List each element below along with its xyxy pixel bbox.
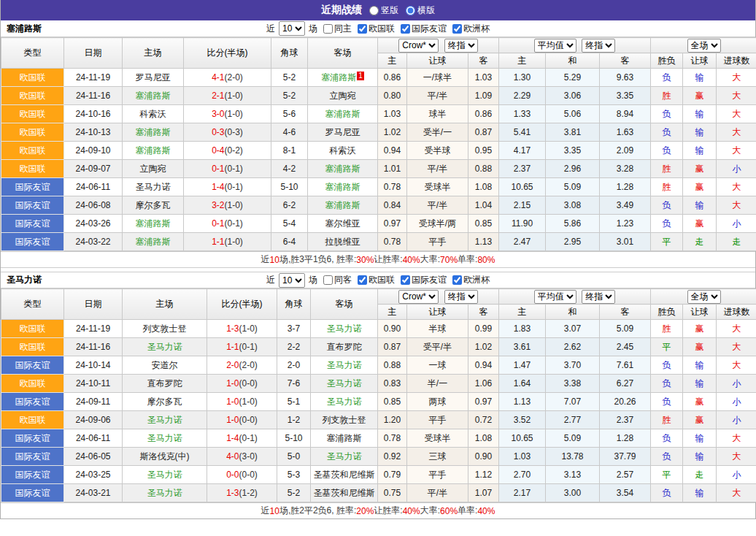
full-score: 2-1 — [212, 91, 224, 101]
league-checkbox-nations[interactable] — [358, 275, 367, 285]
col-date: 日期 — [64, 38, 123, 69]
same-venue-checkbox[interactable] — [323, 24, 333, 34]
crow-away-odds: 1.03 — [468, 69, 499, 87]
odds-provider-select[interactable]: Crow* — [398, 39, 439, 53]
summary-segment: 60% — [440, 506, 458, 516]
match-date: 24-06-08 — [64, 196, 123, 215]
avg-home-odds: 10.65 — [499, 429, 546, 448]
vertical-layout-radio[interactable] — [369, 6, 379, 15]
result-outcome: 负 — [651, 69, 683, 87]
home-team: 圣马力诺 — [123, 466, 207, 484]
match-count-select[interactable]: 10 — [279, 273, 305, 288]
summary-segment: 让胜率: — [374, 253, 402, 266]
corner-score: 2-0 — [277, 356, 311, 375]
team-filter-bar: 圣马力诺 近 10 场 同客 欧国联 国际友谊 欧洲杯 — [1, 272, 755, 288]
summary-segment: 场,胜2平2负6, 胜率: — [279, 505, 356, 517]
league-checkbox-friendly[interactable] — [401, 24, 410, 34]
away-team-name: 塞浦路斯 — [321, 72, 356, 83]
league-checkbox-euro[interactable] — [452, 24, 462, 34]
crow-handicap: 球半 — [407, 105, 468, 123]
col-type: 类型 — [1, 38, 64, 69]
avg-stage-select[interactable]: 终指 — [582, 39, 615, 53]
score-cell: 2-1(1-0) — [184, 87, 271, 105]
league-badge: 国际友谊 — [1, 448, 64, 466]
result-outcome: 平 — [651, 233, 683, 251]
score-cell: 4-0(3-0) — [207, 448, 277, 466]
avg-odds-select[interactable]: 平均值 — [534, 39, 576, 53]
avg-home-odds: 5.41 — [499, 123, 546, 142]
score-cell: 0-3(0-3) — [184, 123, 271, 142]
score-cell: 1-4(0-1) — [207, 429, 277, 448]
crow-home-odds: 1.01 — [378, 160, 407, 178]
scope-header: 全场 — [651, 289, 756, 305]
horizontal-layout-radio[interactable] — [406, 6, 415, 15]
half-score: (0-3) — [225, 127, 243, 137]
avg-home-odds: 2.70 — [499, 466, 546, 484]
avg-away-odds: 37.79 — [600, 448, 651, 466]
full-score: 2-0 — [226, 360, 239, 370]
league-checkbox-friendly[interactable] — [401, 275, 410, 285]
league-checkbox-euro[interactable] — [452, 275, 462, 285]
result-goals: 走 — [717, 233, 756, 251]
avg-draw-odds: 3.70 — [546, 356, 600, 375]
score-cell: 1-3(1-2) — [207, 484, 277, 502]
odds-stage-select[interactable]: 终指 — [444, 39, 478, 53]
match-row: 欧国联24-09-10塞浦路斯0-4(0-2)8-1科索沃0.94受半球0.95… — [1, 142, 756, 160]
scope-select[interactable]: 全场 — [687, 39, 721, 53]
full-score: 1-0 — [226, 415, 239, 425]
avg-home-odds: 1.13 — [499, 393, 546, 411]
avg-home-odds: 1.47 — [499, 356, 546, 375]
corner-score: 5-2 — [271, 87, 308, 105]
result-goals: 大 — [717, 105, 756, 123]
half-score: (2-0) — [225, 72, 243, 83]
half-score: (0-2) — [225, 145, 243, 156]
half-score: (1-0) — [225, 200, 243, 210]
league-badge: 国际友谊 — [1, 484, 64, 502]
crow-away-odds: 1.09 — [468, 87, 499, 105]
result-handicap: 输 — [683, 356, 717, 375]
crow-home-odds: 1.20 — [378, 411, 407, 429]
avg-stage-select[interactable]: 终指 — [582, 290, 615, 304]
avg-away-odds: 20.26 — [600, 393, 651, 411]
odds-stage-select[interactable]: 终指 — [444, 290, 478, 304]
avg-away-odds: 6.27 — [600, 375, 651, 393]
avg-draw-odds: 5.29 — [546, 69, 600, 87]
subcol-home-odds: 主 — [378, 53, 407, 69]
avg-draw-odds: 2.62 — [546, 338, 600, 356]
avg-draw-odds: 13.78 — [546, 448, 600, 466]
same-venue-checkbox[interactable] — [323, 275, 333, 285]
corner-score: 4-6 — [271, 123, 308, 142]
home-team: 斯洛伐克(中) — [123, 448, 207, 466]
score-cell: 1-3(1-0) — [207, 320, 277, 338]
match-count-select[interactable]: 10 — [279, 21, 305, 36]
half-score: (1-0) — [225, 109, 243, 119]
summary-segment: 40% — [477, 506, 495, 516]
full-score: 1-0 — [226, 378, 239, 388]
avg-home-odds: 1.64 — [499, 375, 546, 393]
avg-odds-select[interactable]: 平均值 — [534, 290, 576, 304]
subcol-avg-home: 主 — [499, 305, 546, 320]
vertical-layout-option[interactable]: 竖版 — [369, 4, 398, 17]
crow-handicap: 受球半 — [407, 178, 468, 196]
summary-segment: 单率: — [458, 253, 477, 266]
home-team: 直布罗陀 — [123, 375, 207, 393]
away-team: 拉脱维亚 — [308, 233, 378, 251]
score-cell: 1-4(0-1) — [184, 178, 271, 196]
horizontal-layout-option[interactable]: 横版 — [406, 4, 435, 17]
summary-segment: 大率: — [420, 505, 440, 517]
full-score: 0-0 — [226, 470, 239, 480]
odds-provider-select[interactable]: Crow* — [398, 290, 439, 304]
col-score: 比分(半场) — [184, 38, 271, 69]
team-section-cyprus: 塞浦路斯 近 10 场 同主 欧国联 国际友谊 欧洲杯 — [1, 20, 755, 267]
half-score: (3-0) — [239, 451, 258, 462]
scope-select[interactable]: 全场 — [687, 290, 721, 304]
league-badge: 欧国联 — [1, 320, 64, 338]
league-label-nations: 欧国联 — [369, 274, 395, 286]
away-team-name: 圣马力诺 — [327, 397, 362, 407]
away-team: 圣基茨和尼维斯 — [311, 484, 378, 502]
league-checkbox-nations[interactable] — [358, 24, 367, 34]
result-handicap: 输 — [683, 448, 717, 466]
avg-draw-odds: 2.96 — [546, 160, 600, 178]
crow-handicap: 半球 — [407, 320, 468, 338]
away-team: 圣马力诺 — [311, 320, 378, 338]
